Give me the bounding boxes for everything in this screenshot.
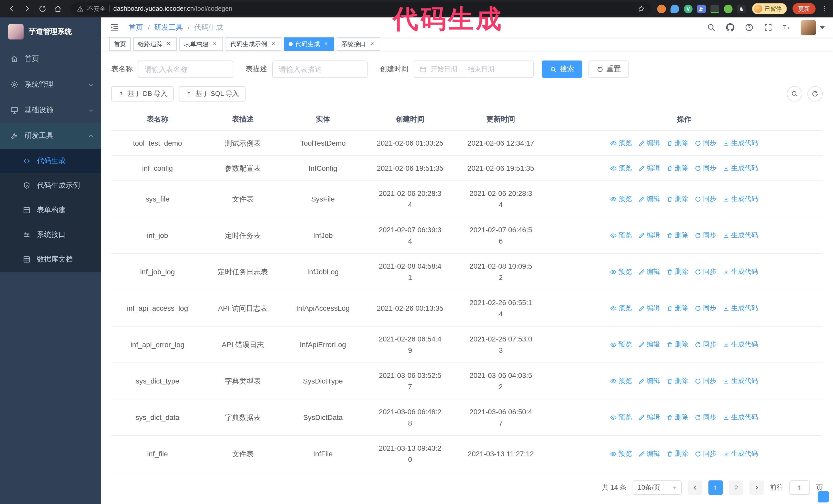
browser-update-button[interactable]: 更新 [792, 3, 815, 14]
close-icon[interactable] [211, 41, 218, 48]
sync-link[interactable]: 同步 [695, 137, 716, 149]
browser-back-button[interactable] [5, 2, 19, 16]
edit-link[interactable]: 编辑 [639, 266, 660, 278]
sidebar-item-infra[interactable]: 基础设施 [0, 97, 101, 123]
sidebar-item-system[interactable]: 系统管理 [0, 72, 101, 97]
extension-icon[interactable] [657, 4, 666, 13]
preview-link[interactable]: 预览 [610, 193, 632, 205]
delete-link[interactable]: 删除 [667, 137, 688, 149]
delete-link[interactable]: 删除 [667, 303, 688, 314]
breadcrumb-devtools[interactable]: 研发工具 [154, 23, 183, 32]
edit-link[interactable]: 编辑 [639, 163, 660, 174]
refresh-table-button[interactable] [807, 86, 823, 101]
next-page-button[interactable] [749, 480, 764, 495]
sync-link[interactable]: 同步 [695, 303, 716, 314]
tab-tracing[interactable]: 链路追踪 [133, 38, 177, 51]
sidebar-toggle-icon[interactable] [109, 22, 120, 33]
vue-devtools-icon[interactable]: V [684, 4, 693, 13]
search-icon[interactable] [706, 22, 716, 32]
browser-forward-button[interactable] [21, 2, 34, 16]
generate-code-link[interactable]: 生成代码 [723, 375, 758, 387]
close-icon[interactable] [323, 41, 330, 48]
generate-code-link[interactable]: 生成代码 [723, 163, 758, 174]
help-icon[interactable] [744, 22, 754, 32]
page-url[interactable]: dashboard.yudao.iocoder.cn/tool/codegen [113, 5, 232, 12]
delete-link[interactable]: 删除 [667, 163, 688, 174]
close-icon[interactable] [368, 41, 376, 48]
preview-link[interactable]: 预览 [610, 163, 632, 174]
fullscreen-icon[interactable] [763, 22, 773, 32]
sync-link[interactable]: 同步 [695, 412, 716, 423]
browser-home-button[interactable] [51, 2, 65, 16]
sidebar-item-api[interactable]: 系统接口 [0, 222, 101, 247]
browser-menu-icon[interactable] [821, 5, 828, 12]
import-db-button[interactable]: 基于 DB 导入 [111, 86, 174, 101]
close-icon[interactable] [270, 41, 277, 48]
page-size-select[interactable]: 10条/页 [633, 480, 682, 495]
sync-link[interactable]: 同步 [695, 266, 716, 278]
generate-code-link[interactable]: 生成代码 [723, 193, 758, 205]
preview-link[interactable]: 预览 [610, 230, 632, 241]
preview-link[interactable]: 预览 [610, 448, 632, 459]
page-button-2[interactable]: 2 [729, 480, 743, 495]
sidebar-item-home[interactable]: 首页 [0, 46, 101, 72]
sync-link[interactable]: 同步 [695, 339, 716, 350]
preview-link[interactable]: 预览 [610, 339, 632, 350]
generate-code-link[interactable]: 生成代码 [723, 448, 758, 459]
prev-page-button[interactable] [688, 480, 702, 495]
edit-link[interactable]: 编辑 [639, 448, 660, 459]
date-range-picker[interactable]: 开始日期 - 结束日期 [414, 61, 533, 78]
extension-icon[interactable]: ♞ [737, 4, 746, 13]
edit-link[interactable]: 编辑 [639, 339, 660, 350]
delete-link[interactable]: 删除 [667, 193, 688, 205]
generate-code-link[interactable]: 生成代码 [723, 230, 758, 241]
generate-code-link[interactable]: 生成代码 [723, 137, 758, 149]
preview-link[interactable]: 预览 [610, 137, 632, 149]
breadcrumb-home[interactable]: 首页 [129, 23, 143, 32]
import-sql-button[interactable]: 基于 SQL 导入 [179, 86, 246, 101]
sync-link[interactable]: 同步 [695, 193, 716, 205]
edit-link[interactable]: 编辑 [639, 137, 660, 149]
address-bar[interactable]: 不安全 dashboard.yudao.iocoder.cn/tool/code… [71, 2, 651, 16]
extension-icon[interactable] [724, 4, 733, 13]
table-name-input[interactable] [138, 61, 233, 78]
sidebar-item-db-doc[interactable]: 数据库文档 [0, 247, 101, 272]
generate-code-link[interactable]: 生成代码 [723, 266, 758, 278]
edit-link[interactable]: 编辑 [639, 230, 660, 241]
generate-code-link[interactable]: 生成代码 [723, 339, 758, 350]
extension-icon[interactable] [670, 4, 679, 13]
generate-code-link[interactable]: 生成代码 [723, 303, 758, 314]
edit-link[interactable]: 编辑 [639, 303, 660, 314]
preview-link[interactable]: 预览 [610, 266, 632, 278]
search-button[interactable]: 搜索 [542, 61, 582, 78]
reset-button[interactable]: 重置 [589, 61, 629, 78]
table-desc-input[interactable] [272, 61, 367, 78]
sidebar-item-codegen-example[interactable]: 代码生成示例 [0, 173, 101, 198]
security-label[interactable]: 不安全 [87, 4, 105, 13]
bookmark-star-icon[interactable] [638, 5, 645, 12]
accounts-extension-icon[interactable] [697, 4, 706, 13]
tab-home[interactable]: 首页 [109, 38, 131, 51]
tab-form-builder[interactable]: 表单构建 [180, 38, 223, 51]
github-icon[interactable] [725, 22, 735, 32]
browser-profile-chip[interactable]: 已暂停 [752, 3, 787, 14]
floating-widget-button[interactable] [818, 491, 829, 502]
preview-link[interactable]: 预览 [610, 303, 632, 314]
delete-link[interactable]: 删除 [667, 375, 688, 387]
sidebar-item-devtools[interactable]: 研发工具 [0, 123, 101, 149]
delete-link[interactable]: 删除 [667, 448, 688, 459]
edit-link[interactable]: 编辑 [639, 412, 660, 423]
tab-api[interactable]: 系统接口 [337, 38, 380, 51]
extension-icon[interactable] [711, 4, 719, 13]
browser-reload-button[interactable] [36, 2, 49, 16]
sync-link[interactable]: 同步 [695, 448, 716, 459]
preview-link[interactable]: 预览 [610, 412, 632, 423]
delete-link[interactable]: 删除 [667, 266, 688, 278]
toggle-search-button[interactable] [787, 86, 802, 101]
delete-link[interactable]: 删除 [667, 230, 688, 241]
preview-link[interactable]: 预览 [610, 375, 632, 387]
tab-codegen-example[interactable]: 代码生成示例 [225, 38, 281, 51]
page-button-1[interactable]: 1 [709, 480, 723, 495]
goto-page-input[interactable] [789, 480, 810, 495]
user-menu[interactable] [801, 20, 825, 35]
